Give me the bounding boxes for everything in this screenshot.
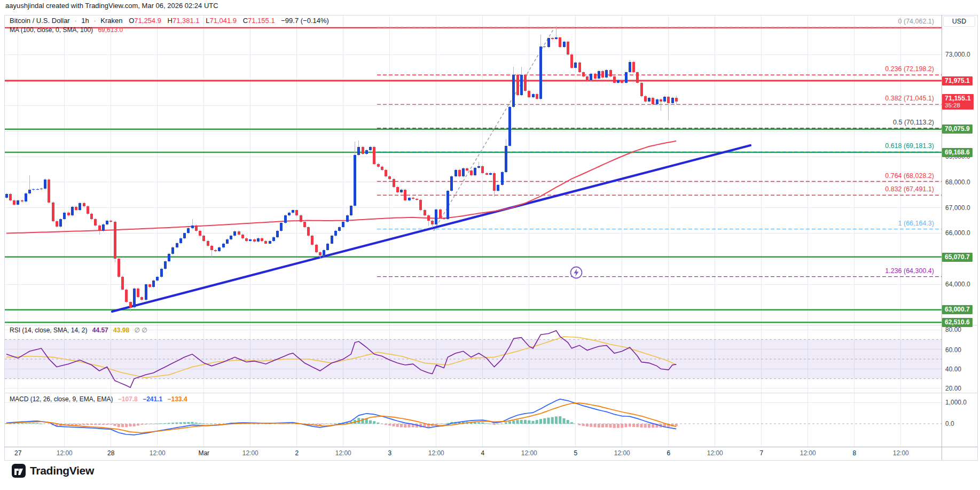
pane-separators bbox=[4, 15, 977, 460]
alert-lightning-icon[interactable] bbox=[571, 267, 582, 278]
tradingview-chart-page: aayushjindal created with TradingView.co… bbox=[0, 0, 980, 490]
price-level-lines[interactable] bbox=[5, 28, 942, 322]
macd-histogram bbox=[5, 416, 678, 428]
trendline-drawing[interactable] bbox=[112, 145, 750, 312]
chart-canvas[interactable] bbox=[0, 0, 980, 490]
